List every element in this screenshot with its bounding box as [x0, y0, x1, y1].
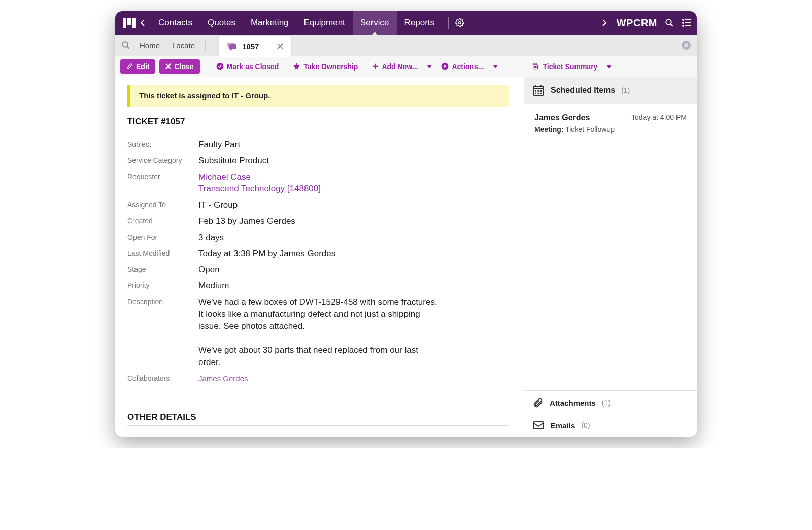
svg-line-5	[670, 24, 673, 26]
main-pane: This ticket is assigned to IT - Group. T…	[115, 77, 524, 437]
other-details-heading: OTHER DETAILS	[127, 412, 509, 426]
side-footer: Attachments (1) Emails (0)	[524, 390, 697, 437]
tabstrip: Home Locate 1057	[115, 35, 697, 56]
field-label: Service Category	[127, 155, 198, 167]
field-label: Subject	[127, 139, 198, 151]
field-vendor: Vendor Calibri Technology LTD.	[127, 432, 509, 437]
field-value: Substitute Product	[198, 155, 509, 167]
svg-point-12	[122, 42, 128, 47]
field-value: IT - Group	[198, 199, 509, 211]
field-label: Priority	[127, 280, 198, 292]
topbar: Contacts Quotes Marketing Equipment Serv…	[115, 11, 697, 35]
field-label: Requester	[127, 171, 198, 195]
svg-point-3	[459, 22, 461, 24]
field-subject: Subject Faulty Part	[127, 137, 509, 153]
emails-row[interactable]: Emails (0)	[524, 414, 697, 437]
field-value: Open	[198, 263, 509, 276]
mark-closed-button[interactable]: Mark as Closed	[211, 59, 284, 74]
notice-text: This ticket is assigned to IT - Group.	[139, 91, 270, 100]
svg-rect-2	[132, 18, 136, 28]
svg-rect-34	[540, 90, 542, 92]
svg-point-8	[682, 22, 684, 24]
app-logo[interactable]	[122, 16, 137, 30]
scheduled-item[interactable]: James Gerdes Today at 4:00 PM Meeting: T…	[534, 113, 687, 134]
nav-service[interactable]: Service	[353, 11, 397, 35]
scheduled-person: James Gerdes	[534, 113, 590, 122]
field-value: We've had a few boxes of DWT-1529-458 wi…	[198, 296, 442, 369]
expand-right-icon[interactable]	[599, 18, 610, 28]
collaborator-link[interactable]: James Gerdes	[198, 374, 248, 383]
svg-rect-37	[540, 93, 542, 94]
button-label: Actions...	[452, 62, 484, 71]
tab-label: 1057	[242, 42, 259, 51]
nav-back-icon[interactable]	[141, 19, 145, 26]
field-created: Created Feb 13 by James Gerdes	[127, 213, 509, 229]
list-icon[interactable]	[682, 18, 692, 28]
section-title: Attachments	[550, 399, 596, 407]
brand-label: WPCRM	[617, 17, 657, 29]
actions-caret-icon[interactable]	[493, 65, 498, 68]
tabstrip-search-icon[interactable]	[121, 41, 130, 50]
close-button[interactable]: Close	[159, 59, 199, 74]
field-label: Created	[127, 215, 198, 227]
open-tab[interactable]: 1057	[219, 36, 291, 57]
scheduled-items-header[interactable]: Scheduled Items (1)	[524, 77, 697, 104]
ticket-heading: TICKET #1057	[127, 117, 509, 130]
tab-close-icon[interactable]	[277, 43, 283, 49]
button-label: Take Ownership	[303, 62, 358, 71]
nav-equipment[interactable]: Equipment	[296, 11, 353, 35]
item-count: (0)	[581, 421, 590, 429]
svg-rect-7	[685, 19, 691, 20]
settings-icon[interactable]	[455, 18, 465, 28]
svg-rect-25	[534, 63, 537, 65]
search-icon[interactable]	[664, 18, 674, 28]
take-ownership-button[interactable]: Take Ownership	[288, 59, 363, 74]
svg-point-4	[666, 19, 671, 25]
field-label: Assigned To	[127, 199, 198, 211]
svg-point-6	[682, 19, 684, 21]
nav-reports[interactable]: Reports	[397, 11, 443, 35]
main-nav: Contacts Quotes Marketing Equipment Serv…	[151, 11, 442, 35]
field-value: 3 days	[198, 231, 509, 244]
requester-company-link[interactable]: Transcend Technology [148800]	[198, 184, 321, 193]
ticket-summary-button[interactable]: Ticket Summary	[526, 59, 602, 74]
scheduled-time: Today at 4:00 PM	[631, 113, 687, 122]
nav-marketing[interactable]: Marketing	[243, 11, 296, 35]
sublink-home[interactable]: Home	[140, 41, 160, 50]
section-title: Scheduled Items	[551, 86, 615, 95]
tab-divider	[205, 39, 206, 52]
actions-button[interactable]: Actions...	[436, 59, 489, 74]
description-paragraph: We've had a few boxes of DWT-1529-458 wi…	[198, 297, 437, 331]
close-all-tabs-icon[interactable]	[682, 41, 691, 50]
scheduled-items-body: James Gerdes Today at 4:00 PM Meeting: T…	[524, 104, 697, 390]
svg-rect-9	[685, 22, 691, 23]
svg-rect-33	[538, 90, 539, 92]
field-label: Open For	[127, 231, 198, 244]
nav-contacts[interactable]: Contacts	[151, 11, 200, 35]
add-new-button[interactable]: Add New...	[367, 59, 423, 74]
attachments-row[interactable]: Attachments (1)	[524, 391, 697, 414]
button-label: Ticket Summary	[543, 62, 597, 71]
field-label: Vendor	[127, 434, 198, 437]
app-window: Contacts Quotes Marketing Equipment Serv…	[115, 11, 697, 437]
field-label: Collaborators	[127, 373, 198, 385]
edit-button[interactable]: Edit	[120, 59, 155, 74]
svg-rect-36	[538, 93, 539, 94]
summary-caret-icon[interactable]	[606, 65, 612, 68]
requester-person-link[interactable]: Michael Case	[198, 172, 251, 182]
meeting-label: Meeting:	[534, 125, 564, 134]
field-value: Today at 3:38 PM by James Gerdes	[198, 248, 509, 260]
item-count: (1)	[621, 86, 630, 94]
nav-quotes[interactable]: Quotes	[200, 11, 243, 35]
svg-line-13	[127, 46, 129, 49]
side-pane: Scheduled Items (1) James Gerdes Today a…	[524, 77, 697, 437]
content-area: This ticket is assigned to IT - Group. T…	[115, 77, 697, 437]
field-assigned-to: Assigned To IT - Group	[127, 197, 509, 213]
svg-rect-1	[127, 18, 131, 25]
sublink-locate[interactable]: Locate	[172, 41, 195, 50]
field-open-for: Open For 3 days	[127, 229, 509, 246]
paperclip-icon	[532, 397, 544, 408]
svg-point-10	[682, 25, 684, 27]
add-new-caret-icon[interactable]	[427, 65, 432, 68]
svg-rect-35	[535, 93, 536, 94]
